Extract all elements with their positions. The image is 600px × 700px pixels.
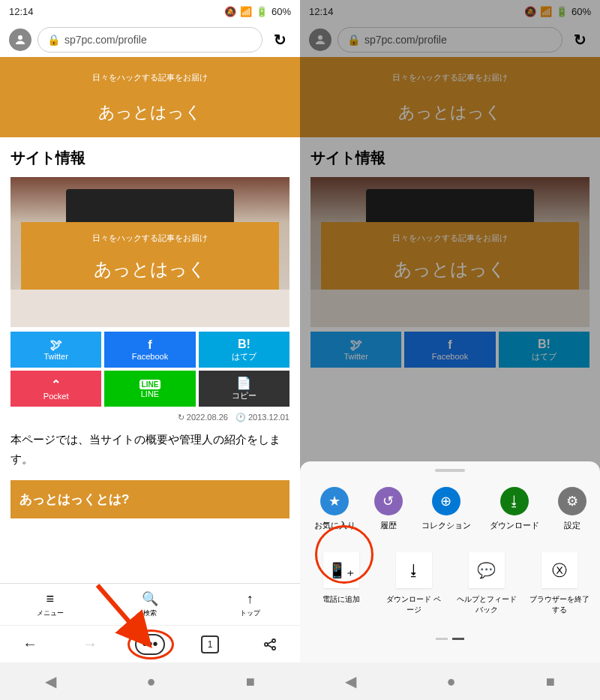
back-button[interactable]: ← [15,629,45,659]
system-nav: ◀ ● ■ [0,662,300,700]
nav-menu[interactable]: ≡メニュー [0,584,100,625]
banner-title: あっとはっく [0,101,300,124]
section-title: サイト情報 [10,148,290,168]
sheet-shortcuts: ★お気に入り ↺履歴 ⊕コレクション ⭳ダウンロード ⚙設定 [300,479,600,539]
status-bar: 12:14 🔕 📶 🔋 60% [0,0,300,23]
share-line[interactable]: LINELINE [104,371,195,407]
sys-recent[interactable]: ■ [246,673,255,690]
star-icon: ★ [320,487,349,515]
download-page-icon: ⭳ [396,552,432,588]
body-text: 本ページでは、当サイトの概要や管理人の紹介をします。 [10,430,290,468]
tabs-icon: 1 [201,635,219,653]
sys-home[interactable]: ● [146,673,155,690]
site-nav: ≡メニュー 🔍検索 ↑トップ [0,583,300,625]
battery-pct: 60% [272,6,291,17]
screen-right: 12:14 🔕 📶 🔋 60% 🔒 sp7pc.com/profile ↻ 日々… [300,0,600,700]
twitter-icon: 🕊 [50,338,62,352]
search-icon: 🔍 [142,590,158,607]
sheet-handle[interactable] [435,469,465,472]
battery-icon: 🔋 [256,6,268,17]
sys-recent[interactable]: ■ [546,673,555,690]
dnd-icon: 🔕 [224,6,236,17]
status-time: 12:14 [9,6,34,17]
page-dot [436,638,448,640]
url-text: sp7pc.com/profile [64,34,147,46]
sys-back[interactable]: ◀ [345,672,356,690]
wifi-icon: 📶 [240,6,252,17]
sheet-history[interactable]: ↺履歴 [374,487,403,531]
share-copy[interactable]: 📄コピー [199,371,290,407]
site-banner: 日々をハックする記事をお届け あっとはっく [0,57,300,137]
page-indicator [300,638,600,640]
hero-title: あっとはっく [21,257,279,281]
help-icon: 💬 [469,552,505,588]
svg-point-0 [18,35,22,40]
status-right: 🔕 📶 🔋 60% [224,6,291,17]
page-dot-active [452,638,464,640]
hero-image: 日々をハックする記事をお届け あっとはっく [10,177,290,327]
tabs-button[interactable]: 1 [195,629,225,659]
share-facebook[interactable]: fFacebook [104,332,195,368]
sheet-settings[interactable]: ⚙設定 [558,487,586,531]
browser-bar: ← → ••• 1 [0,625,300,662]
reload-button[interactable]: ↻ [268,29,291,51]
sheet-download-page[interactable]: ⭳ダウンロード ページ [384,552,444,615]
updated-date: ↻ 2022.08.26 [178,413,228,422]
nav-top[interactable]: ↑トップ [200,584,300,625]
sys-back[interactable]: ◀ [45,672,56,690]
page-content: サイト情報 日々をハックする記事をお届け あっとはっく 🕊Twitter fFa… [0,137,300,529]
forward-button[interactable]: → [75,629,105,659]
svg-line-5 [268,644,273,647]
svg-line-4 [268,641,273,643]
copy-icon: 📄 [236,376,251,390]
share-buttons: 🕊Twitter fFacebook B!はてブ ⌃Pocket LINELIN… [10,332,290,407]
hero-subtitle: 日々をハックする記事をお届け [21,233,279,244]
collection-icon: ⊕ [432,487,460,515]
created-date: 🕐 2013.12.01 [236,413,290,422]
system-nav: ◀ ● ■ [300,662,600,700]
gear-icon: ⚙ [558,487,586,515]
download-icon: ⭳ [500,487,529,515]
post-dates: ↻ 2022.08.26 🕐 2013.12.01 [10,413,290,422]
hatena-icon: B! [238,338,250,351]
more-icon: ••• [135,634,165,655]
top-icon: ↑ [247,591,254,607]
lock-icon: 🔒 [47,34,60,46]
phone-add-icon: 📱₊ [323,552,359,588]
sys-home[interactable]: ● [446,673,455,690]
sheet-collection[interactable]: ⊕コレクション [422,487,471,531]
sheet-actions: 📱₊電話に追加 ⭳ダウンロード ページ 💬ヘルプとフィードバック ⓧブラウザーを… [300,545,600,623]
sheet-help[interactable]: 💬ヘルプとフィードバック [457,552,517,615]
line-icon: LINE [140,380,161,389]
sheet-add-phone[interactable]: 📱₊電話に追加 [311,552,371,615]
sheet-exit[interactable]: ⓧブラウザーを終了する [530,552,590,615]
facebook-icon: f [148,338,152,352]
screen-left: 12:14 🔕 📶 🔋 60% 🔒 sp7pc.com/profile ↻ 日々… [0,0,300,700]
more-button[interactable]: ••• [135,629,165,659]
profile-button[interactable] [9,29,32,51]
share-twitter[interactable]: 🕊Twitter [10,332,101,368]
content-heading: あっとはっくとは? [10,480,290,518]
sheet-favorites[interactable]: ★お気に入り [314,487,356,531]
url-bar: 🔒 sp7pc.com/profile ↻ [0,23,300,57]
nav-search[interactable]: 🔍検索 [100,584,200,625]
share-pocket[interactable]: ⌃Pocket [10,371,101,407]
share-button[interactable] [255,629,285,659]
bottom-sheet: ★お気に入り ↺履歴 ⊕コレクション ⭳ダウンロード ⚙設定 📱₊電話に追加 ⭳… [300,461,600,662]
exit-icon: ⓧ [542,552,578,588]
menu-icon: ≡ [46,591,54,607]
history-icon: ↺ [374,487,403,515]
url-input[interactable]: 🔒 sp7pc.com/profile [38,27,262,53]
sheet-download[interactable]: ⭳ダウンロード [490,487,539,531]
hero-overlay: 日々をハックする記事をお届け あっとはっく [21,222,279,296]
share-hatena[interactable]: B!はてブ [199,332,290,368]
banner-subtitle: 日々をハックする記事をお届け [0,72,300,83]
pocket-icon: ⌃ [51,377,61,392]
